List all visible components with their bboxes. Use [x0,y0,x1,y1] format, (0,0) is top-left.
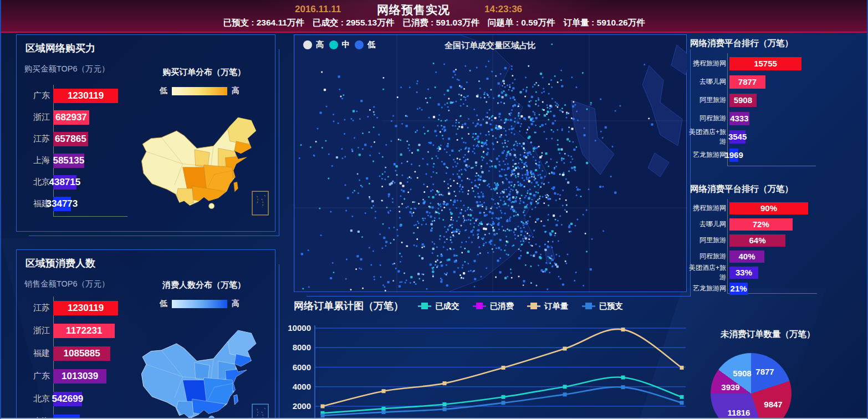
bar-fill[interactable]: 506520 [53,415,80,419]
scatter-legend-item[interactable]: 中 [329,39,350,50]
bar-fill[interactable]: 33% [729,267,758,279]
bar-value-label: 15755 [754,59,777,68]
bar-row: 浙江 682937 [17,106,136,128]
bar-value-label: 7877 [738,77,757,86]
line-legend-item[interactable]: 已消费 [473,301,514,311]
bar-list-sale-top6: 江苏 1230119 浙江 1172231 福建 1085885 [17,297,136,419]
bar-fill[interactable]: 5908 [729,94,757,107]
bar-track: 3545 [729,127,746,146]
bar-fill[interactable]: 1172231 [53,324,115,338]
panel-regional-buying-power: 区域网络购买力 购买金额TOP6（万元） 广东 1230119 浙江 68293… [16,34,275,232]
china-choropleth-svg [133,316,275,419]
bar-row: 去哪儿网 7877 [688,73,866,91]
bar-value-label: 21% [731,284,747,293]
panel-national-order-map: 全国订单成交量区域占比 高中低 [294,34,687,292]
line-chart-header: 网络订单累计图（万笔） 已成交已消费订单量已预支 [294,299,623,313]
bar-track: 40% [729,248,764,264]
bar-fill[interactable]: 64% [729,234,785,247]
bar-row: 北京 438715 [17,171,136,193]
svg-text:8000: 8000 [293,343,311,352]
bar-fill[interactable]: 1085885 [53,346,110,361]
bar-fill[interactable]: 3545 [729,130,746,144]
svg-text:6000: 6000 [293,362,311,372]
legend-high-label: 高 [232,86,239,96]
map-legend: 低 高 [160,299,239,309]
map-title: 消费人数分布（万笔） [133,280,275,290]
bar-value-label: 657865 [55,134,86,145]
legend-label: 订单量 [544,301,569,311]
bar-row: 美团酒店+旅游 3545 [688,127,866,146]
bar-fill[interactable]: 7877 [729,75,765,89]
bar-value-label: 64% [749,236,765,245]
bar-fill[interactable]: 334773 [53,197,71,211]
bar-fill[interactable]: 4333 [729,112,749,125]
bar-fill[interactable]: 438715 [53,175,76,190]
bar-fill[interactable]: 682937 [53,110,89,125]
line-legend-item[interactable]: 订单量 [527,301,569,311]
panel-platform-ranking-value: 网络消费平台排行（万笔） 携程旅游网 15755 去哪儿网 7877 阿里旅游 [688,34,866,170]
panel-title: 网络消费平台排行（万笔） [690,38,793,49]
line-legend-item[interactable]: 已成交 [418,301,459,311]
bar-category-label: 艺龙旅游网 [688,284,729,293]
legend-high-label: 高 [232,299,239,309]
bar-fill[interactable]: 90% [729,202,808,214]
legend-line-icon [527,303,540,309]
gradient-bar-blue [172,300,227,308]
bar-row: 阿里旅游 64% [688,232,866,248]
pie-slice-label: 3939 [721,382,739,392]
line-legend-item[interactable]: 已预支 [582,301,624,311]
bar-track: 682937 [53,106,89,128]
bar-track: 33% [729,264,758,280]
bar-category-label: 上海 [17,416,53,419]
header-time: 14:23:36 [484,4,522,15]
bar-value-label: 72% [753,219,769,229]
sea-islands-inset [252,404,268,419]
bar-track: 334773 [53,193,71,214]
bar-row: 去哪儿网 72% [688,216,866,232]
bar-list-platform-value: 携程旅游网 15755 去哪儿网 7877 阿里旅游 5908 [688,54,866,164]
bar-row: 艺龙旅游网 1969 [688,146,866,164]
bar-row: 艺龙旅游网 21% [688,280,866,297]
bar-axis-bottom [53,216,127,217]
bar-track: 1013039 [53,365,106,387]
bar-row: 美团酒店+旅游 33% [688,264,866,280]
bar-track: 1172231 [53,319,115,342]
bar-track: 5908 [729,91,757,109]
bar-fill[interactable]: 657865 [53,132,88,146]
bar-category-label: 浙江 [17,112,53,122]
bar-fill[interactable]: 72% [729,218,793,231]
legend-label: 低 [367,39,376,50]
bar-fill[interactable]: 1969 [729,149,738,162]
legend-low-label: 低 [160,86,167,96]
pie-labels: 787798471181639395908 [711,353,792,419]
choropleth-consume-map: 消费人数分布（万笔） 低 高 [133,270,275,419]
pie-slice-label: 11816 [728,408,750,417]
bar-fill[interactable]: 40% [729,251,764,263]
bar-row: 上海 585135 [17,150,136,171]
bar-fill[interactable]: 542699 [53,392,82,406]
bar-fill[interactable]: 21% [729,283,748,295]
bar-fill[interactable]: 585135 [53,154,84,168]
bar-row: 北京 542699 [17,387,136,410]
bar-category-label: 同程旅游 [688,252,729,261]
bar-fill[interactable]: 15755 [729,57,801,70]
scatter-legend-item[interactable]: 低 [355,39,376,50]
bar-track: 585135 [53,150,84,171]
bar-track: 438715 [53,171,76,193]
bar-track: 90% [729,200,808,216]
bar-fill[interactable]: 1013039 [53,369,106,384]
bar-fill[interactable]: 1230119 [53,301,118,315]
scatter-map-legend: 高中低 [303,39,376,50]
bar-value-label: 4333 [730,114,748,123]
pie-title: 未消费订单数量（万笔） [721,329,815,340]
bar-value-label: 1230119 [68,303,104,314]
legend-label: 已预支 [599,301,624,311]
bar-value-label: 334773 [47,198,78,209]
bar-category-label: 福建 [17,348,53,359]
china-choropleth-svg [133,104,275,222]
bar-row: 广东 1230119 [17,85,136,106]
scatter-legend-item[interactable]: 高 [303,39,324,50]
bar-category-label: 北京 [17,394,53,404]
bar-fill[interactable]: 1230119 [53,89,118,103]
bar-value-label: 1969 [724,150,743,160]
